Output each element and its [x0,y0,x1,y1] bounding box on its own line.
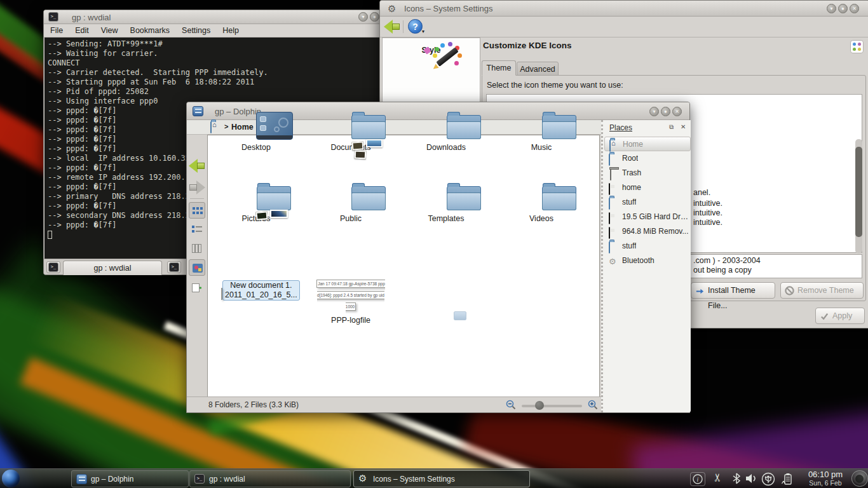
maximize-button[interactable]: ● [838,4,848,13]
preview-button[interactable] [189,259,205,276]
terminal-icon: >_ [48,12,58,22]
tab-theme[interactable]: Theme [482,60,516,76]
scrollbar-thumb[interactable] [855,147,862,237]
maximize-button[interactable]: ● [661,107,670,116]
file-item-ppp-logfile[interactable]: Jan 17 09:47:18 gp-Aspire-5738 pppd[1946… [316,276,386,325]
info-icon: i [691,473,705,485]
breadcrumb-home[interactable]: Home [231,123,254,132]
split-view-button[interactable] [189,280,205,296]
checkmark-icon [820,311,829,321]
zoom-slider-knob[interactable] [535,401,544,410]
zoom-slider-track[interactable] [522,405,582,407]
minimize-button[interactable]: ▾ [649,107,659,116]
folder-item-pictures[interactable]: Pictures [221,212,291,224]
minimize-button[interactable]: ▾ [358,12,368,22]
place-label: Root [622,154,638,163]
dolphin-title: gp – Dolphin [215,107,261,116]
zoom-out-icon[interactable] [506,400,516,410]
apply-button[interactable]: Apply [815,308,865,324]
page-title: Customize KDE Icons [483,41,572,50]
volume-icon[interactable] [745,472,757,487]
panel-toolbox-cashew-icon[interactable] [851,470,868,487]
chevron-down-icon[interactable]: ▾ [422,29,424,34]
folder-item-videos[interactable]: Videos [506,212,576,224]
terminal-line: --> Pid of pppd: 25082 [48,87,380,97]
columns-view-button[interactable] [189,240,205,257]
klipper-scissors-icon[interactable]: ✂ [711,473,724,482]
terminal-menubar: File Edit View Bookmarks Settings Help [44,24,381,37]
battery-printer-icon[interactable] [780,472,794,488]
terminal-icon: >_ [48,262,58,272]
menu-help[interactable]: Help [222,26,239,35]
menu-settings[interactable]: Settings [182,26,210,35]
help-button[interactable]: ? [408,19,423,34]
folder-view[interactable]: Desktop Documents Downloads Music Pictur… [207,135,600,398]
details-view-button[interactable] [189,221,205,238]
task-label: gp – Dolphin [91,475,133,484]
menu-view[interactable]: View [101,26,118,35]
folder-item-desktop[interactable]: Desktop [221,140,291,152]
notifications-icon[interactable]: i [690,472,705,486]
terminal-cursor [48,231,52,239]
place-stuff[interactable]: stuff [604,195,691,210]
task-system-settings[interactable]: ⚙ Icons – System Settings [353,470,530,487]
place-hard-drive[interactable]: 19.5 GiB Hard Drive [604,210,691,224]
folder-item-templates[interactable]: Templates [411,212,481,224]
terminal-icon: >_ [194,474,205,484]
folder-item-music[interactable]: Music [506,140,576,152]
overview-icon[interactable] [850,40,864,53]
folder-item-public[interactable]: Public [316,212,386,224]
minimize-button[interactable]: ▾ [827,4,836,13]
menu-bookmarks[interactable]: Bookmarks [130,26,170,35]
file-label-line: New document 1. [225,281,297,290]
close-panel-icon[interactable]: ✕ [681,123,686,130]
device-notifier-usb-icon[interactable] [761,472,775,488]
file-label-line: 2011_01_20_16_5... [225,290,297,300]
tab-list-button[interactable]: >_ [167,261,181,273]
place-home-partition[interactable]: home [604,180,691,195]
tab-advanced[interactable]: Advanced [517,62,559,76]
folder-item-documents[interactable]: Documents [316,140,386,152]
place-home[interactable]: ⌂Home [604,137,691,151]
place-bluetooth[interactable]: ⚙Bluetooth [604,254,691,268]
menu-file[interactable]: File [50,26,63,35]
place-root[interactable]: Root [604,151,691,166]
clock[interactable]: 06:10 pm Sun, 6 Feb [802,470,849,487]
dolphin-icon [193,106,203,116]
remove-theme-button[interactable]: Remove Theme [780,282,864,299]
zoom-in-icon[interactable] [588,400,598,410]
settings-titlebar[interactable]: ⚙ Icons – System Settings ▾ ● ✕ [380,1,868,17]
folder-icon [609,242,610,254]
close-button[interactable]: ✕ [672,107,682,116]
folder-item-downloads[interactable]: Downloads [411,140,481,152]
toolbar-separator [403,20,403,33]
install-theme-button[interactable]: Install Theme File... [691,282,775,299]
back-button[interactable] [189,158,205,174]
place-removable-media[interactable]: 964.8 MiB Remov... [604,224,691,239]
forward-button[interactable] [189,179,205,196]
folder-label: Music [506,143,576,152]
icons-view-button[interactable] [189,202,205,219]
place-trash[interactable]: Trash [604,166,691,180]
bluetooth-glyph [732,472,741,485]
scrollbar[interactable] [855,139,862,254]
app-launcher-icon[interactable] [2,470,20,487]
terminal-titlebar[interactable]: >_ gp : wvdial ▾ ● ✕ [44,10,381,24]
home-folder-icon[interactable]: ⌂ [210,122,212,133]
bluetooth-icon[interactable] [732,472,741,487]
file-label-selected: New document 1. 2011_01_20_16_5... [222,280,300,301]
folder-label: Videos [506,214,576,224]
task-dolphin[interactable]: gp – Dolphin [71,470,189,487]
float-panel-icon[interactable]: ⧉ [669,123,674,131]
maximize-button[interactable]: ● [370,12,379,22]
preview-icon [193,264,203,273]
menu-edit[interactable]: Edit [75,26,89,35]
new-tab-button[interactable]: >_ [46,261,60,273]
sidebar-item-style[interactable]: Style [383,42,480,55]
button-label: Apply [832,311,852,320]
file-item-new-document[interactable]: New document 1. 2011_01_20_16_5... [221,276,291,301]
close-button[interactable]: ✕ [850,4,859,13]
terminal-tab[interactable]: gp : wvdial [63,261,162,275]
place-stuff-2[interactable]: stuff [604,239,691,254]
task-terminal[interactable]: >_ gp : wvdial [189,470,351,487]
